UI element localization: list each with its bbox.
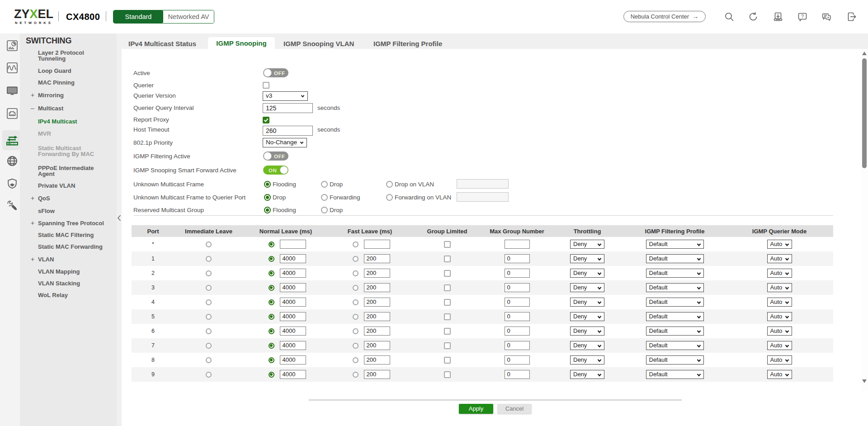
svg-text:?: ?: [801, 14, 804, 19]
